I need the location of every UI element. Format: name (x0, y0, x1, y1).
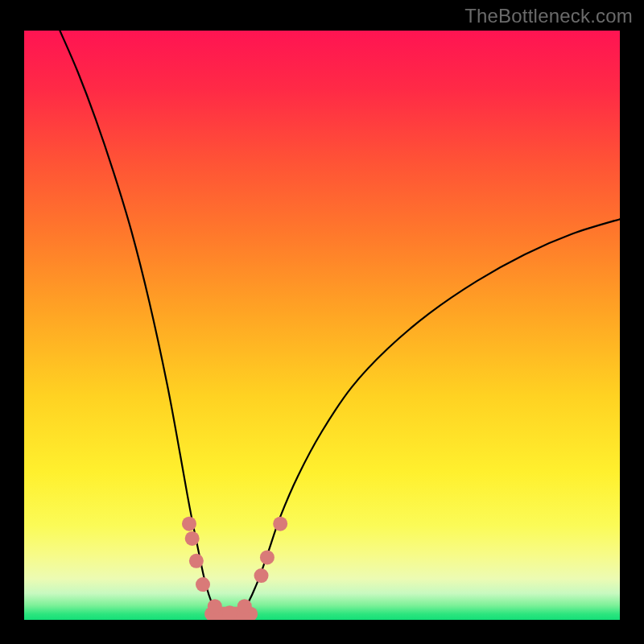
curve-marker (208, 599, 222, 613)
curve-marker (185, 531, 200, 546)
curve-marker (260, 550, 275, 564)
bottleneck-curve (60, 31, 620, 617)
chart-frame: TheBottleneck.com (0, 0, 644, 644)
curve-marker (237, 599, 252, 613)
curve-marker (189, 554, 204, 568)
curve-layer (24, 31, 620, 620)
watermark-text: TheBottleneck.com (464, 5, 633, 27)
plot-area (24, 31, 620, 620)
curve-marker (196, 577, 210, 592)
curve-marker (273, 517, 287, 531)
curve-marker (254, 568, 269, 583)
curve-marker (182, 517, 196, 531)
curve-marker (222, 605, 237, 620)
